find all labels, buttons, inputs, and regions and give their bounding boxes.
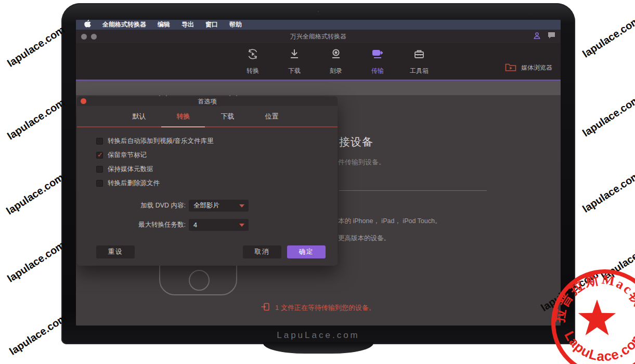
nav-label: 转换 (247, 67, 259, 75)
traffic-light-close[interactable] (81, 34, 87, 40)
menu-item-edit[interactable]: 编辑 (158, 20, 170, 29)
nav-label: 下载 (288, 67, 301, 75)
content-divider (339, 190, 487, 191)
field-max-tasks: 最大转换任务数: 4 (96, 219, 249, 231)
field-label: 最大转换任务数: (96, 220, 186, 229)
traffic-light-minimize[interactable] (91, 34, 97, 40)
checkbox-keep-metadata[interactable]: 保持媒体元数据 (96, 162, 213, 176)
transfer-status-row: 1 文件正在等待传输到您的设备。 (76, 302, 561, 313)
convert-icon (246, 47, 260, 63)
checkbox-label: 转换后删除源文件 (108, 179, 160, 188)
info-line: 本的 iPhone， iPad， iPod Touch。 (338, 217, 441, 226)
chevron-down-icon (239, 204, 244, 207)
checkbox-label: 保留章节标记 (108, 151, 147, 160)
checkbox-keep-chapter-markers[interactable]: 保留章节标记 (96, 148, 213, 162)
nav-item-transfer[interactable]: 传输 (363, 47, 392, 75)
bezel-brand-label: LapuLace.com (61, 330, 575, 341)
nav-label: 传输 (371, 67, 384, 75)
laptop-shell: 全能格式转换器 编辑 导出 窗口 帮助 万兴全能格式转换器 (61, 3, 575, 344)
nav-item-convert[interactable]: 转换 (238, 47, 267, 75)
tab-download[interactable]: 下载 (205, 106, 250, 126)
nav-item-toolbox[interactable]: 工具箱 (405, 47, 434, 75)
watermark: lapulace.com (580, 93, 635, 139)
tab-default[interactable]: 默认 (117, 106, 161, 126)
webcam-dot (317, 10, 320, 13)
transfer-status-text: 1 文件正在等待传输到您的设备。 (275, 303, 375, 313)
select-value: 全部影片 (193, 201, 219, 210)
dvd-content-select[interactable]: 全部影片 (189, 200, 249, 212)
page-subtitle: 件传输到设备。 (338, 158, 385, 167)
nav-item-burn[interactable]: 刻录 (321, 47, 351, 75)
checkbox-icon (96, 152, 103, 159)
watermark: lapulace.com (5, 23, 67, 69)
dialog-title-bar: 首选项 (77, 96, 338, 106)
dialog-title: 首选项 (77, 97, 338, 106)
cancel-button[interactable]: 取消 (243, 245, 281, 258)
menu-item-help[interactable]: 帮助 (229, 20, 242, 29)
menu-bar: 全能格式转换器 编辑 导出 窗口 帮助 (76, 20, 561, 30)
watermark: lapulace.com (580, 14, 635, 60)
transfer-icon (371, 47, 384, 63)
info-line: 更高版本的设备。 (338, 234, 390, 243)
watermark: lapulace.com (4, 171, 66, 217)
burn-disc-icon (329, 47, 343, 63)
ok-button[interactable]: 确定 (287, 245, 326, 258)
max-tasks-select[interactable]: 4 (189, 219, 249, 231)
tab-convert[interactable]: 转换 (161, 106, 205, 126)
checkbox-auto-add-to-library[interactable]: 转换后自动添加到视频/音乐文件库里 (96, 134, 213, 148)
checkbox-delete-source-after-convert[interactable]: 转换后删除源文件 (96, 176, 213, 190)
tab-location[interactable]: 位置 (250, 106, 294, 126)
nav-label: 刻录 (330, 67, 342, 75)
window-title-bar: 万兴全能格式转换器 (76, 30, 561, 43)
brand-stamp: 拉普拉斯Mac软件 LapuLace.com (545, 263, 635, 364)
watermark: lapulace.com (580, 169, 635, 215)
media-browser-label: 媒体浏览器 (521, 63, 552, 72)
field-label: 加载 DVD 内容: (96, 201, 186, 210)
media-folder-play-icon (505, 62, 516, 73)
active-tab-indicator (161, 126, 205, 127)
chat-bubble-icon[interactable] (548, 32, 555, 41)
checkbox-label: 保持媒体元数据 (108, 165, 153, 174)
download-icon (288, 47, 301, 63)
toolbox-icon (412, 47, 426, 63)
user-icon[interactable] (533, 32, 541, 42)
dialog-tabs: 默认 转换 下载 位置 (77, 106, 338, 127)
field-load-dvd-content: 加载 DVD 内容: 全部影片 (96, 200, 249, 212)
menu-item-window[interactable]: 窗口 (205, 20, 218, 29)
reset-button[interactable]: 重设 (96, 245, 135, 258)
toolbar-strip (76, 81, 561, 95)
feature-nav-bar: 转换 下载 (76, 43, 561, 80)
checkbox-icon (96, 180, 103, 187)
checkbox-icon (96, 166, 103, 173)
select-value: 4 (193, 222, 197, 229)
checkbox-icon (96, 138, 103, 145)
screen: 全能格式转换器 编辑 导出 窗口 帮助 万兴全能格式转换器 (76, 20, 561, 326)
device-transfer-icon (261, 302, 270, 313)
window-title: 万兴全能格式转换器 (76, 32, 561, 41)
laptop-base (2, 342, 632, 363)
preferences-dialog: 首选项 默认 转换 下载 位置 转换后自动添加到视频/音乐文件库里 保留章节标记 (77, 96, 338, 266)
dialog-checkbox-group: 转换后自动添加到视频/音乐文件库里 保留章节标记 保持媒体元数据 转换后删除源文… (96, 134, 213, 190)
laptop-notch (263, 342, 373, 354)
apple-logo-icon[interactable] (84, 20, 91, 29)
checkbox-label: 转换后自动添加到视频/音乐文件库里 (108, 137, 213, 146)
nav-item-download[interactable]: 下载 (280, 47, 309, 75)
menu-item-export[interactable]: 导出 (182, 20, 194, 29)
phone-home-button (189, 270, 210, 291)
menu-item-app[interactable]: 全能格式转换器 (102, 20, 146, 29)
watermark: lapulace.com (5, 96, 67, 142)
chevron-down-icon (239, 224, 244, 227)
nav-label: 工具箱 (410, 67, 429, 75)
watermark: lapulace.com (5, 239, 67, 284)
page-title: 接设备 (339, 135, 373, 149)
star-icon (578, 300, 616, 335)
page: { "watermark": { "text": "lapulace.com" … (0, 0, 635, 364)
media-browser-button[interactable]: 媒体浏览器 (505, 62, 552, 73)
svg-text:LapuLace.com: LapuLace.com (561, 328, 635, 364)
